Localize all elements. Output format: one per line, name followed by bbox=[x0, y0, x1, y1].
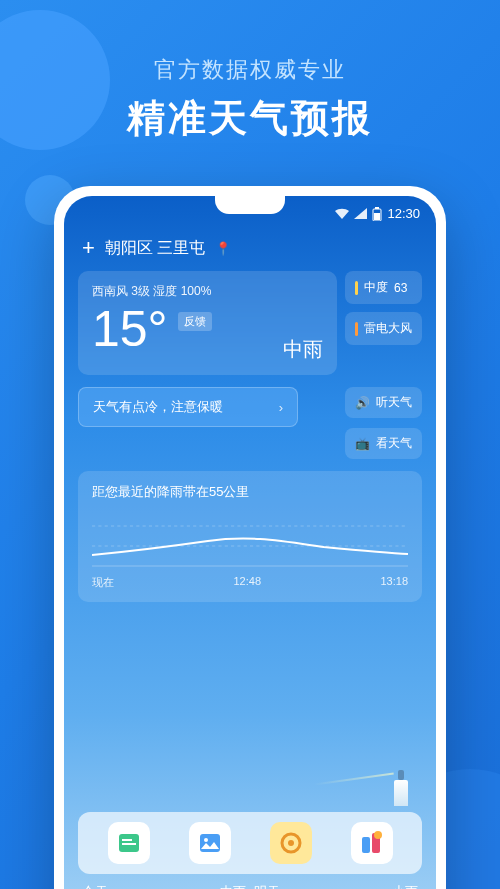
dock-app-4[interactable] bbox=[351, 822, 393, 864]
signal-icon bbox=[354, 208, 367, 219]
alert-label: 雷电大风 bbox=[364, 320, 412, 337]
rain-time-2: 13:18 bbox=[380, 575, 408, 590]
phone-frame: 12:30 + 朝阳区 三里屯 📍 西南风 3级 湿度 100% 15° 反馈 … bbox=[54, 186, 446, 889]
lighthouse-illustration bbox=[394, 770, 408, 806]
promo-subtitle: 精准天气预报 bbox=[0, 93, 500, 144]
watch-label: 看天气 bbox=[376, 435, 412, 452]
add-location-button[interactable]: + bbox=[82, 235, 95, 261]
alert-indicator-icon bbox=[355, 322, 358, 336]
rain-time-0: 现在 bbox=[92, 575, 114, 590]
forecast-today[interactable]: 今天 中雨 21/12°C 良 bbox=[78, 883, 250, 889]
chevron-right-icon: › bbox=[279, 400, 283, 415]
aqi-label: 中度 bbox=[364, 279, 388, 296]
svg-rect-7 bbox=[122, 839, 132, 841]
aqi-value: 63 bbox=[394, 281, 407, 295]
wifi-icon bbox=[335, 208, 349, 219]
temperature-value: 15° bbox=[92, 304, 168, 354]
notch bbox=[215, 196, 285, 214]
wind-humidity-text: 西南风 3级 湿度 100% bbox=[92, 283, 323, 300]
promo-title: 官方数据权威专业 bbox=[0, 0, 500, 85]
forecast-tomorrow[interactable]: 明天 小雨 26/11°C 优 bbox=[250, 883, 422, 889]
dock-app-2[interactable] bbox=[189, 822, 231, 864]
location-bar[interactable]: + 朝阳区 三里屯 📍 bbox=[64, 225, 436, 271]
status-time: 12:30 bbox=[387, 206, 420, 221]
fc-cond-1: 小雨 bbox=[392, 883, 418, 889]
rain-title: 距您最近的降雨带在55公里 bbox=[92, 483, 408, 501]
dock-app-1[interactable] bbox=[108, 822, 150, 864]
svg-point-12 bbox=[288, 840, 294, 846]
forecast-bar: 今天 中雨 21/12°C 良 明天 小雨 26/11°C 优 bbox=[64, 873, 436, 889]
dock-app-3[interactable] bbox=[270, 822, 312, 864]
location-pin-icon: 📍 bbox=[215, 241, 231, 256]
svg-point-15 bbox=[374, 831, 382, 839]
lighthouse-beam bbox=[314, 772, 393, 785]
tv-icon: 📺 bbox=[355, 437, 370, 451]
svg-rect-13 bbox=[362, 837, 370, 853]
phone-screen: 12:30 + 朝阳区 三里屯 📍 西南风 3级 湿度 100% 15° 反馈 … bbox=[64, 196, 436, 889]
svg-rect-1 bbox=[374, 213, 380, 220]
watch-weather-button[interactable]: 📺 看天气 bbox=[345, 428, 422, 459]
fc-day-1: 明天 bbox=[254, 883, 280, 889]
app-dock bbox=[78, 812, 422, 874]
alert-badge[interactable]: 雷电大风 bbox=[345, 312, 422, 345]
current-weather-card[interactable]: 西南风 3级 湿度 100% 15° 反馈 中雨 bbox=[78, 271, 337, 375]
svg-rect-9 bbox=[200, 834, 220, 852]
weather-tip-card[interactable]: 天气有点冷，注意保暖 › bbox=[78, 387, 298, 427]
listen-label: 听天气 bbox=[376, 394, 412, 411]
tip-text: 天气有点冷，注意保暖 bbox=[93, 398, 223, 416]
rain-forecast-card[interactable]: 距您最近的降雨带在55公里 现在 12:48 13:18 bbox=[78, 471, 422, 602]
svg-rect-2 bbox=[375, 207, 379, 209]
location-text[interactable]: 朝阳区 三里屯 bbox=[105, 238, 205, 259]
aqi-indicator-icon bbox=[355, 281, 358, 295]
feedback-button[interactable]: 反馈 bbox=[178, 312, 212, 331]
svg-rect-8 bbox=[122, 843, 136, 845]
aqi-badge[interactable]: 中度 63 bbox=[345, 271, 422, 304]
speaker-icon: 🔊 bbox=[355, 396, 370, 410]
svg-point-10 bbox=[204, 838, 208, 842]
rain-chart bbox=[92, 511, 408, 569]
fc-cond-0: 中雨 bbox=[220, 883, 246, 889]
listen-weather-button[interactable]: 🔊 听天气 bbox=[345, 387, 422, 418]
battery-icon bbox=[372, 207, 382, 221]
rain-time-1: 12:48 bbox=[233, 575, 261, 590]
fc-day-0: 今天 bbox=[82, 883, 108, 889]
